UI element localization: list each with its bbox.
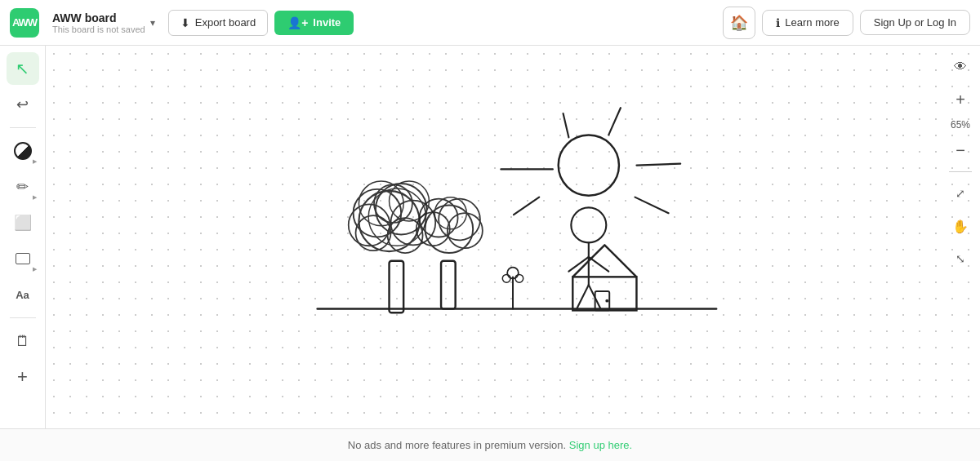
text-tool-button[interactable]: Aa xyxy=(7,278,39,311)
fit-screen-button[interactable]: ⤢ xyxy=(946,179,975,208)
zoom-in-icon: + xyxy=(956,91,965,109)
svg-point-36 xyxy=(515,274,523,282)
toolbar-divider-1 xyxy=(10,127,36,128)
note-tool-button[interactable]: 🗒 xyxy=(7,325,39,357)
invite-icon: 👤+ xyxy=(287,16,308,29)
export-board-button[interactable]: ⬇ Export board xyxy=(168,10,268,36)
learn-more-label: Learn more xyxy=(785,16,839,29)
eye-icon: 👁 xyxy=(954,60,967,74)
shape-tool-button[interactable]: ▶ xyxy=(7,242,39,275)
home-button[interactable]: 🏠 xyxy=(723,7,755,39)
svg-rect-13 xyxy=(441,261,456,309)
info-icon: ℹ xyxy=(776,16,780,29)
hand-icon: ✋ xyxy=(952,219,969,234)
svg-rect-1 xyxy=(390,261,404,313)
pencil-submenu-arrow: ▶ xyxy=(33,194,37,201)
svg-point-39 xyxy=(605,299,608,303)
home-icon: 🏠 xyxy=(730,14,748,32)
fit-screen-icon: ⤢ xyxy=(956,187,965,200)
zoom-out-icon: − xyxy=(956,141,965,160)
svg-point-27 xyxy=(571,207,606,242)
svg-point-20 xyxy=(559,135,619,195)
chevron-down-icon: ▾ xyxy=(150,17,155,29)
svg-point-15 xyxy=(439,199,480,241)
svg-point-35 xyxy=(502,274,510,282)
svg-line-31 xyxy=(577,285,589,308)
svg-line-24 xyxy=(636,164,680,166)
pencil-icon: ✏ xyxy=(16,178,29,196)
add-tool-button[interactable]: + xyxy=(7,361,39,393)
zoom-out-button[interactable]: − xyxy=(946,135,975,165)
canvas-area[interactable] xyxy=(46,46,980,428)
undo-icon: ↩ xyxy=(16,95,29,113)
right-toolbar: 👁 + 65% − ⤢ ✋ ⤡ xyxy=(941,46,980,280)
pan-tool-button[interactable]: ✋ xyxy=(946,211,975,241)
eraser-tool-button[interactable]: ⬜ xyxy=(7,206,39,239)
learn-more-button[interactable]: ℹ Learn more xyxy=(762,10,853,36)
board-subtitle: This board is not saved xyxy=(52,24,145,34)
color-icon xyxy=(14,142,32,160)
pencil-tool-button[interactable]: ✏ ▶ xyxy=(7,171,39,203)
header: AWW AWW board This board is not saved ▾ … xyxy=(0,0,980,46)
note-icon: 🗒 xyxy=(16,333,30,350)
fullscreen-icon: ⤡ xyxy=(956,252,965,265)
board-title: AWW board xyxy=(52,11,145,24)
bottom-bar: No ads and more features in premium vers… xyxy=(0,428,980,461)
shape-icon xyxy=(16,253,30,264)
app-logo: AWW xyxy=(10,8,39,38)
invite-label: Invite xyxy=(313,16,341,29)
fullscreen-button[interactable]: ⤡ xyxy=(946,244,975,273)
undo-button[interactable]: ↩ xyxy=(7,88,39,121)
board-name-area[interactable]: AWW board This board is not saved ▾ xyxy=(46,8,162,38)
zoom-level-display: 65% xyxy=(946,117,975,132)
signup-link[interactable]: Sign up here. xyxy=(569,439,632,451)
svg-line-21 xyxy=(564,113,569,137)
svg-line-22 xyxy=(608,108,621,135)
shape-submenu-arrow: ▶ xyxy=(33,266,37,273)
right-toolbar-divider xyxy=(949,171,972,172)
export-icon: ⬇ xyxy=(180,16,190,29)
drawing-svg xyxy=(46,46,980,428)
invite-button[interactable]: 👤+ Invite xyxy=(274,11,354,35)
left-toolbar: ↖ ↩ ▶ ✏ ▶ ⬜ ▶ Aa 🗒 + xyxy=(0,46,46,461)
toolbar-divider-2 xyxy=(10,317,36,318)
zoom-in-button[interactable]: + xyxy=(946,85,975,114)
svg-rect-37 xyxy=(572,277,636,310)
color-tool-button[interactable]: ▶ xyxy=(7,135,39,167)
signup-button[interactable]: Sign Up or Log In xyxy=(860,10,970,35)
select-tool-button[interactable]: ↖ xyxy=(7,52,39,85)
svg-line-26 xyxy=(514,197,539,215)
text-icon: Aa xyxy=(16,289,29,301)
view-options-button[interactable]: 👁 xyxy=(946,52,975,82)
bottom-bar-text: No ads and more features in premium vers… xyxy=(348,439,566,451)
export-label: Export board xyxy=(195,16,256,29)
add-icon: + xyxy=(17,366,28,388)
svg-line-25 xyxy=(635,197,668,214)
signup-label: Sign Up or Log In xyxy=(874,16,956,29)
color-submenu-arrow: ▶ xyxy=(33,158,37,165)
eraser-icon: ⬜ xyxy=(14,214,32,232)
select-icon: ↖ xyxy=(16,59,29,78)
